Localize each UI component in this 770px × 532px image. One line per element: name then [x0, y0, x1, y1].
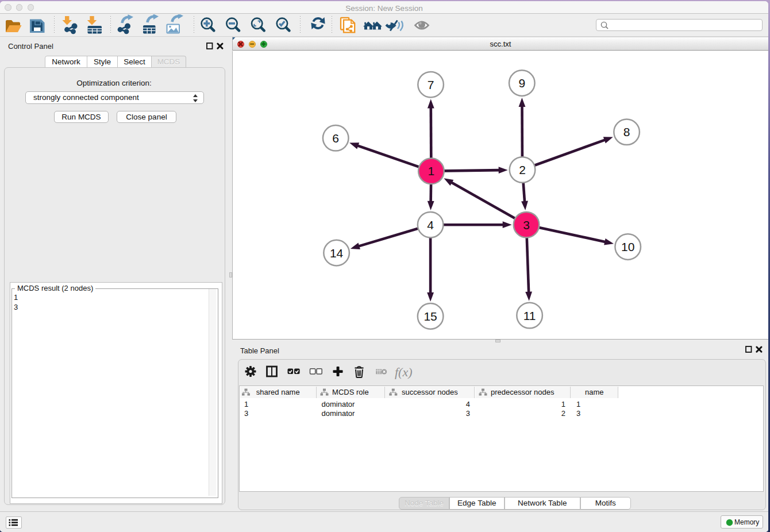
svg-text:1: 1 — [428, 164, 435, 178]
svg-text:9: 9 — [518, 76, 525, 90]
svg-text:11: 11 — [523, 309, 536, 322]
svg-text:2: 2 — [519, 163, 526, 176]
svg-text:14: 14 — [330, 246, 344, 260]
svg-text:7: 7 — [428, 78, 434, 91]
svg-text:15: 15 — [424, 310, 437, 323]
svg-text:f(x): f(x) — [395, 365, 413, 379]
svg-text:10: 10 — [621, 240, 634, 253]
svg-text:3: 3 — [523, 218, 530, 232]
svg-text:8: 8 — [623, 125, 630, 138]
svg-text:4: 4 — [427, 218, 434, 232]
svg-text:6: 6 — [332, 132, 339, 145]
